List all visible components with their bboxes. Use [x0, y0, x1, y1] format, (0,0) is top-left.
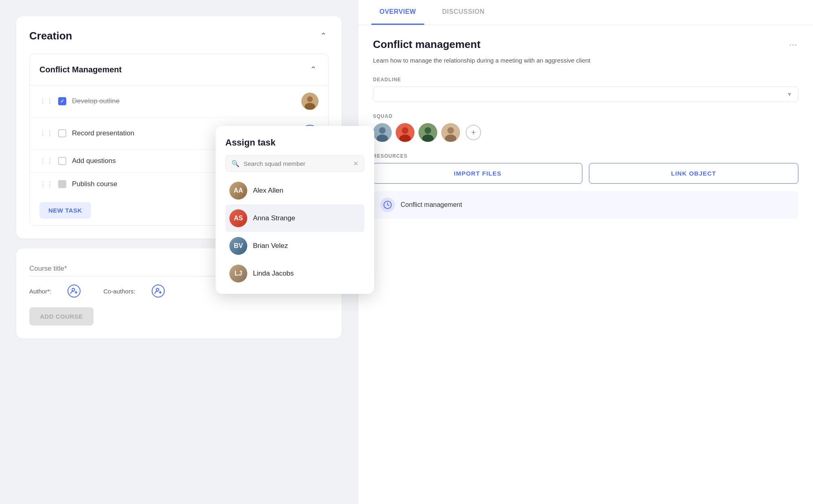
search-icon: 🔍: [231, 160, 240, 167]
task-checkbox-3[interactable]: [58, 157, 66, 165]
drag-handle-icon[interactable]: ⋮⋮: [39, 180, 53, 188]
task-checkbox-2[interactable]: [58, 129, 66, 137]
task-checkbox-4: [58, 180, 66, 188]
avatar: [418, 123, 437, 142]
search-box: 🔍 ✕: [225, 155, 358, 172]
right-section-header: Conflict management ⋯: [373, 38, 798, 51]
avatar: AA: [229, 182, 247, 200]
squad-row: +: [373, 123, 798, 142]
svg-point-1: [307, 96, 313, 102]
creation-title: Creation: [29, 30, 72, 42]
avatar: LJ: [229, 265, 247, 282]
deadline-label: DEADLINE: [373, 77, 798, 83]
page-title: Conflict management: [373, 38, 480, 51]
add-coauthor-button[interactable]: [152, 285, 165, 298]
svg-point-4: [72, 288, 75, 291]
svg-point-20: [447, 127, 454, 134]
tab-bar: OVERVIEW DISCUSSION: [358, 0, 813, 25]
member-name: Brian Velez: [253, 242, 288, 250]
drag-handle-icon[interactable]: ⋮⋮: [39, 98, 53, 105]
member-name: Linda Jacobs: [253, 269, 294, 278]
drag-handle-icon[interactable]: ⋮⋮: [39, 157, 53, 165]
tab-overview[interactable]: OVERVIEW: [371, 0, 424, 25]
avatar: [373, 123, 392, 142]
svg-point-14: [402, 127, 408, 134]
member-name: Anna Strange: [253, 214, 295, 222]
list-item[interactable]: BV Brian Velez: [225, 232, 358, 260]
avatar: [441, 123, 460, 142]
avatar: AS: [229, 209, 247, 227]
member-list: AA Alex Allen AS Anna Strange BV Brian V…: [225, 177, 358, 287]
assign-popup-title: Assign task: [225, 137, 358, 148]
creation-header: Creation ⌃: [29, 29, 329, 42]
section-title: Conflict Management: [39, 65, 122, 74]
right-panel: OVERVIEW DISCUSSION Conflict management …: [358, 0, 813, 504]
task-checkbox-1[interactable]: [58, 97, 66, 105]
avatar: BV: [229, 237, 247, 255]
section-collapse-button[interactable]: ⌃: [308, 63, 318, 76]
resource-name: Conflict management: [401, 201, 462, 209]
coauthors-label: Co-authors:: [103, 288, 135, 295]
chevron-down-icon: ▼: [787, 91, 792, 98]
author-label: Author*:: [29, 288, 51, 295]
squad-label: SQUAD: [373, 113, 798, 119]
close-icon[interactable]: ✕: [353, 160, 358, 167]
left-panel: Creation ⌃ Conflict Management ⌃ ⋮⋮ Deve…: [0, 0, 358, 504]
import-files-button[interactable]: IMPORT FILES: [373, 163, 582, 184]
resource-item[interactable]: Conflict management: [373, 191, 798, 219]
table-row: ⋮⋮ Develop outline: [30, 85, 328, 117]
link-object-button[interactable]: LINK OBJECT: [589, 163, 798, 184]
member-name: Alex Allen: [253, 187, 283, 195]
list-item[interactable]: AS Anna Strange: [225, 204, 358, 232]
svg-point-7: [156, 288, 159, 291]
deadline-select[interactable]: ▼: [373, 87, 798, 102]
task-avatar-1: [301, 93, 318, 110]
new-task-button[interactable]: NEW TASK: [39, 202, 91, 219]
search-input[interactable]: [244, 160, 353, 167]
task-label-1: Develop outline: [72, 97, 301, 105]
tab-discussion[interactable]: DISCUSSION: [434, 0, 493, 25]
svg-point-11: [379, 127, 386, 134]
drag-handle-icon[interactable]: ⋮⋮: [39, 130, 53, 137]
resources-label: RESOURCES: [373, 153, 798, 159]
creation-collapse-button[interactable]: ⌃: [318, 29, 329, 42]
add-course-button: ADD COURSE: [29, 307, 94, 326]
resource-icon: [380, 198, 395, 212]
section-description: Learn how to manage the relationship dur…: [373, 56, 798, 65]
section-header: Conflict Management ⌃: [30, 54, 328, 85]
more-options-button[interactable]: ⋯: [789, 40, 798, 50]
list-item[interactable]: LJ Linda Jacobs: [225, 260, 358, 287]
avatar: [396, 123, 414, 142]
resource-buttons: IMPORT FILES LINK OBJECT: [373, 163, 798, 184]
add-squad-member-button[interactable]: +: [466, 125, 481, 140]
list-item[interactable]: AA Alex Allen: [225, 177, 358, 204]
add-author-button[interactable]: [68, 285, 81, 298]
right-content: Conflict management ⋯ Learn how to manag…: [358, 25, 813, 232]
svg-point-17: [425, 127, 431, 134]
assign-task-popup: Assign task 🔍 ✕ AA Alex Allen AS Anna St…: [216, 126, 358, 294]
